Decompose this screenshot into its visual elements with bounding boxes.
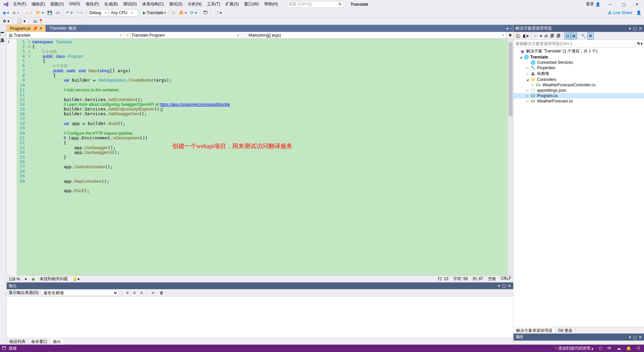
sln-pin-icon[interactable]: ▢ [633,26,637,31]
tree-item[interactable]: ▷📄appsettings.json [514,88,644,93]
redo-button[interactable]: ↷ ▾ [75,9,84,16]
sln-back-button[interactable]: ← [533,33,539,39]
start-debug-button[interactable]: ▶ Translate ▾ [142,9,167,16]
output-clear2-button[interactable]: 🗑 [158,289,165,297]
props-close-icon[interactable]: ✕ [639,335,642,340]
panel-close-icon[interactable]: ✕ [508,283,511,288]
output-clear-button[interactable]: ≡ [125,289,130,297]
lightbulb-icon[interactable]: 💡▾ [72,277,79,281]
hot-reload-button[interactable]: 🔥 ▾ [177,9,188,16]
sln-sync-button[interactable]: ⇄ [543,33,549,39]
menu-file[interactable]: 文件(F) [11,0,29,8]
scm-button[interactable]: ↑ 添加到源代码管理 ▴ [553,345,595,352]
sln-home-button[interactable]: 🏠 [515,33,522,39]
output-icon[interactable]: 🗔 [2,346,6,351]
menu-view[interactable]: 视图(V) [48,0,66,8]
menu-tools[interactable]: 工具(T) [205,0,222,8]
open-button[interactable]: 📂 ▾ [35,9,45,16]
sln-settings-button[interactable]: ⚙ [587,33,594,39]
split-editor-button[interactable]: ✚ [506,32,513,39]
start-nodebug-button[interactable]: ▷ [171,9,177,16]
props-dropdown-icon[interactable]: ▾ [629,335,631,340]
window-layout-icon[interactable]: ▫ [511,26,512,31]
lang-button[interactable]: 中 [606,345,613,352]
tab-dropdown-icon[interactable]: ▾ [506,26,508,31]
pin-icon[interactable]: 📌 [33,26,38,31]
solution-tree[interactable]: ▣解决方案 'Translate' (1 个项目，共 1 个) ◢🌐Transl… [514,47,644,327]
sln-dropdown-icon[interactable]: ▾ [629,26,631,31]
maximize-button[interactable]: ▢ [618,1,629,8]
menu-window[interactable]: 窗口(W) [242,0,261,8]
menu-help[interactable]: 帮助(H) [262,0,280,8]
tree-item[interactable]: ▷🔧Properties [514,65,644,71]
menu-build[interactable]: 生成(B) [102,0,120,8]
tree-project[interactable]: ◢🌐Translate [514,54,644,60]
config-combo[interactable]: Debug [88,9,108,16]
sln-close-icon[interactable]: ✕ [639,26,642,31]
tree-item[interactable]: 🌐Connected Services [514,60,644,65]
output-toggle2-button[interactable]: ≡ [139,289,144,297]
left-tab-server-explorer[interactable]: 服务器资源管理器 [1,26,6,31]
zoom-level[interactable]: 116 % [9,277,20,281]
tab-program-cs[interactable]: Program.cs📌✕ [7,25,46,32]
refresh-button[interactable]: ⟳ ▾ [189,9,198,16]
sln-properties-button[interactable]: ⊞ [571,33,577,39]
tab-solution-explorer[interactable]: 解决方案资源管理器 [514,327,555,334]
close-tab-icon[interactable]: ✕ [40,27,42,30]
panel-pin-icon[interactable]: ▢ [502,283,506,288]
intellicode-button[interactable]: ⬡ [597,345,603,351]
search-input[interactable]: 搜索 (Ctrl+Q) 🔍︎ [287,1,344,8]
bell-icon[interactable]: 🔔 [625,345,633,351]
tree-item[interactable]: ▷🖧依赖项 [514,71,644,77]
tab-command-window[interactable]: 命令窗口 [29,338,50,345]
sln-views-button[interactable]: ◧▾ [522,33,530,39]
undo-button[interactable]: ↶ ▾ [65,9,74,16]
issues-status[interactable]: 未找到相关问题 [40,276,68,282]
sln-refresh-button[interactable]: 🗐 [549,33,555,39]
output-toggle1-button[interactable]: ≡ [132,289,137,297]
liveshare-button[interactable]: 🖧 Live Share [606,10,634,16]
menu-analyze[interactable]: 分析(N) [185,0,204,8]
sln-preview-button[interactable]: 🔧 [580,33,587,39]
notif-icon[interactable]: ☁ [615,345,622,351]
sln-collapse-button[interactable]: ⊡ [565,33,571,39]
menu-debug[interactable]: 调试(D) [121,0,139,8]
tree-item[interactable]: ◢📁Controllers [514,77,644,82]
feedback-icon[interactable]: 🗨 [635,345,642,351]
process-combo[interactable]: ⚙ ▾ [1,18,11,24]
save-button[interactable]: 💾 [46,9,54,16]
eol-mode[interactable]: CRLF [501,276,511,282]
tree-item[interactable]: ▷C#WeatherForecastController.cs [514,82,644,88]
publish-button[interactable]: 📑 ▾ [212,9,223,16]
tree-solution-root[interactable]: ▣解决方案 'Translate' (1 个项目，共 1 个) [514,48,644,54]
stack-frame[interactable]: 🗂 📍 [32,18,45,24]
output-source-combo[interactable]: 服务依赖项 [41,290,118,296]
menu-architecture[interactable]: 体系结构(C) [140,0,166,8]
nav-fwd-button[interactable]: ◉ ▾ [11,9,20,16]
menu-extensions[interactable]: 扩展(X) [223,0,241,8]
close-button[interactable]: ✕ [631,1,643,8]
output-wrap-button[interactable]: ↵ [150,289,156,297]
thread-combo[interactable]: 📋 ▾ [16,18,26,24]
browser-button[interactable]: 🗔 [202,9,209,16]
code-content[interactable]: namespace Translate { 0 个引用 public class… [32,39,508,275]
fold-column[interactable]: ⊟ ⊟ ⊟ ⊟ [27,39,32,275]
tab-git-changes[interactable]: Git 更改 [555,327,576,334]
tab-error-list[interactable]: 错误列表 [7,338,29,345]
new-project-button[interactable]: 🗂 ▾ [24,9,34,16]
login-button[interactable]: 登录 👤 [584,1,602,8]
sln-showall-button[interactable]: 🗐 [555,33,561,39]
menu-edit[interactable]: 编辑(E) [29,0,47,8]
tree-item[interactable]: ▷C#Program.cs [514,93,644,98]
nav-scope-combo[interactable]: ▦Translate [7,32,124,39]
code-editor[interactable]: ℹ 1 2 3 4 5 6 7 8 9 10 11 12 13 14 15 16… [7,39,513,275]
output-body[interactable] [7,297,513,338]
tab-output[interactable]: 输出 [50,338,64,345]
nav-back-button[interactable]: ◉ ▾ [1,9,10,16]
menu-test[interactable]: 测试(S) [167,0,185,8]
editor-scrollbar[interactable] [508,39,513,275]
feedback-button[interactable]: 👤 [635,9,643,16]
nav-member-combo[interactable]: ⬚Main(string[] args) [241,32,506,39]
tree-item[interactable]: ▷C#WeatherForecast.cs [514,98,644,104]
platform-combo[interactable]: Any CPU [109,9,138,16]
